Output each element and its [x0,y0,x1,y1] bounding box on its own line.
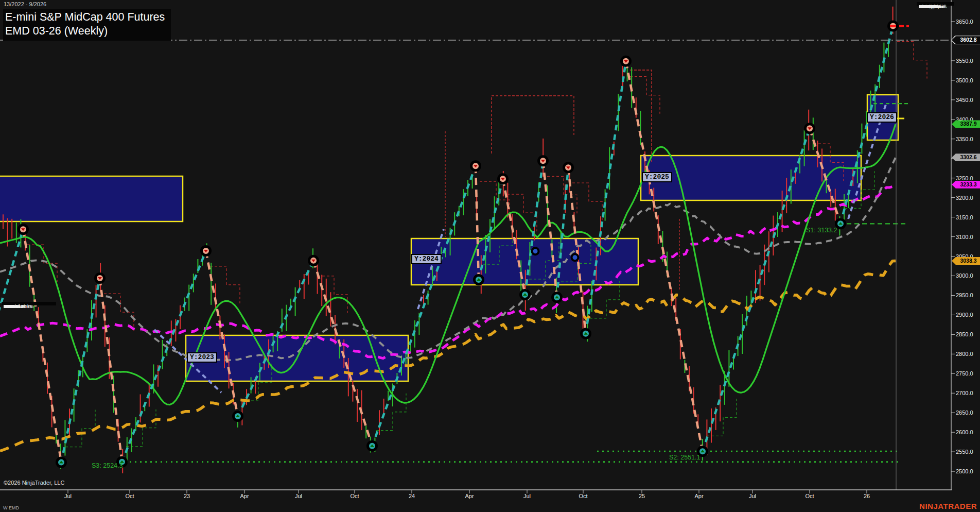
year-range-box[interactable] [411,238,638,285]
time-tick-label: 26 [855,493,878,499]
time-tick-label: Oct [798,493,821,499]
moving-average-200-ma[interactable] [0,261,896,451]
time-tick-label: 24 [400,493,423,499]
chart-canvas[interactable] [0,0,980,512]
year-box-label[interactable]: Y:2024 [411,254,442,264]
time-tick-label: Oct [572,493,594,499]
ninjatrader-logo: NINJATRADER [919,502,977,510]
price-tick-label: 2600.0 [956,429,980,435]
price-tick-label: 2750.0 [956,370,980,377]
zigzag-segment[interactable] [23,229,61,462]
price-tick-label: 3450.0 [956,97,980,103]
price-tick-label: 2950.0 [956,292,980,298]
hilo-step-line [572,183,602,220]
time-tick-label: Jul [516,493,538,499]
price-tick-label: 3650.0 [956,19,980,25]
time-tick-label: Jul [741,493,764,499]
price-tick-label: 3100.0 [956,234,980,240]
price-tick-label: 3500.0 [956,77,980,83]
chart-title: E-mini S&P MidCap 400 Futures EMD 03-26 … [3,9,171,41]
chart-title-line1: E-mini S&P MidCap 400 Futures [5,10,165,24]
price-tick-label: 3150.0 [956,214,980,220]
series-tab[interactable]: W EMD [3,505,19,510]
support-level-label: S2: 2551.1 [669,454,700,461]
time-tick-label: Oct [343,493,366,499]
zigzag-segment[interactable] [372,166,476,446]
time-tick-label: Apr [458,493,481,499]
hilo-step-line [897,42,927,79]
price-badge: 3387.9 [952,120,980,128]
time-tick-label: Jul [57,493,79,499]
bench-marks-panel: Bench Marks--------------BM Trend:UTrend… [2,302,56,305]
zigzag-segment[interactable] [61,278,100,463]
time-tick-label: 25 [631,493,653,499]
support-level-label: S1: 3133.2 [806,227,837,234]
zigzag-segment[interactable] [206,251,238,416]
price-tick-label: 2850.0 [956,331,980,337]
price-badge: 3038.3 [952,257,980,265]
zigzag-segment[interactable] [586,61,626,334]
price-tick-label: 3550.0 [956,58,980,64]
copyright-text: ©2026 NinjaTrader, LLC [4,480,64,486]
year-box-label[interactable]: Y:2025 [642,172,672,182]
year-box-label[interactable]: Y:2026 [867,112,897,123]
price-tick-label: 3000.0 [956,272,980,279]
year-range-box[interactable] [0,176,183,221]
date-range: 13/2022 - 9/2026 [4,1,46,7]
price-tick-label: 3350.0 [956,136,980,142]
price-tick-label: 2800.0 [956,351,980,357]
support-level-label: S3: 2524.3 [92,462,122,469]
zigzag-segment[interactable] [0,229,23,350]
time-tick-label: Jul [287,493,310,499]
time-tick-label: 23 [176,493,198,499]
zigzag-segment[interactable] [100,278,122,462]
bench-panel-line: UTrend 2 [4,303,24,310]
price-tick-label: 2500.0 [956,468,980,474]
time-tick-label: Oct [118,493,141,499]
year-box-label[interactable]: Y:2023 [187,352,217,363]
price-tick-label: 3250.0 [956,175,980,181]
swing-pivots-panel: Swing Pivots1.-------------Pvt. Trend:UT… [917,2,954,6]
chart-title-line2: EMD 03-26 (Weekly) [5,24,165,38]
price-tick-label: 2550.0 [956,449,980,455]
price-badge: 3302.6 [952,153,980,161]
minor-pivot-dot[interactable] [572,254,579,261]
time-tick-label: Apr [233,493,256,499]
hilo-step-line [492,96,574,153]
minor-pivot-dot[interactable] [532,248,539,254]
chart-window: 13/2022 - 9/2026 E-mini S&P MidCap 400 F… [0,0,980,512]
price-badge: 3233.3 [952,181,980,189]
price-tick-label: 2650.0 [956,409,980,416]
price-tick-label: 2700.0 [956,390,980,396]
price-tick-label: 3200.0 [956,195,980,201]
time-tick-label: Apr [688,493,710,499]
price-tick-label: 2900.0 [956,312,980,318]
swing-panel-line: AF: 8.00 [919,4,937,10]
price-badge: 3602.8 [952,36,980,44]
